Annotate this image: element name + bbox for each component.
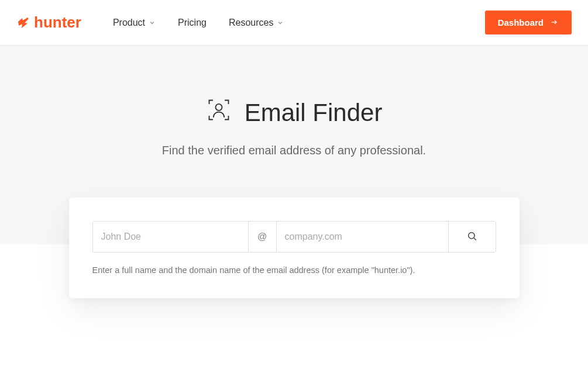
nav-resources-label: Resources [229, 18, 273, 28]
page-subtitle: Find the verified email address of any p… [0, 144, 588, 157]
site-header: hunter Product Pricing Resources Dashboa… [0, 0, 588, 46]
svg-line-3 [474, 238, 476, 240]
nav-resources[interactable]: Resources [229, 18, 284, 28]
arrow-right-icon [549, 18, 559, 27]
chevron-down-icon [277, 19, 284, 26]
svg-point-2 [468, 232, 474, 239]
chevron-down-icon [149, 19, 156, 26]
hunter-logo-icon [16, 16, 30, 30]
domain-input[interactable] [277, 222, 449, 252]
full-name-input[interactable] [93, 222, 249, 252]
nav-pricing[interactable]: Pricing [178, 18, 207, 28]
svg-point-1 [215, 104, 222, 111]
form-hint: Enter a full name and the domain name of… [92, 265, 496, 275]
nav-product[interactable]: Product [113, 18, 156, 28]
search-icon [467, 231, 477, 243]
person-scan-icon [206, 97, 232, 129]
brand-name: hunter [34, 13, 81, 32]
search-button[interactable] [449, 222, 496, 252]
dashboard-button[interactable]: Dashboard [485, 11, 572, 34]
page-title-text: Email Finder [245, 99, 383, 127]
at-separator: @ [249, 222, 277, 252]
nav-pricing-label: Pricing [178, 18, 207, 28]
nav-product-label: Product [113, 18, 145, 28]
main-nav: Product Pricing Resources [113, 18, 284, 28]
brand-logo[interactable]: hunter [16, 13, 81, 32]
search-card: @ Enter a full name and the domain name … [69, 198, 520, 298]
search-form: @ [92, 221, 496, 253]
page-title: Email Finder [206, 97, 383, 129]
dashboard-button-label: Dashboard [498, 18, 544, 27]
